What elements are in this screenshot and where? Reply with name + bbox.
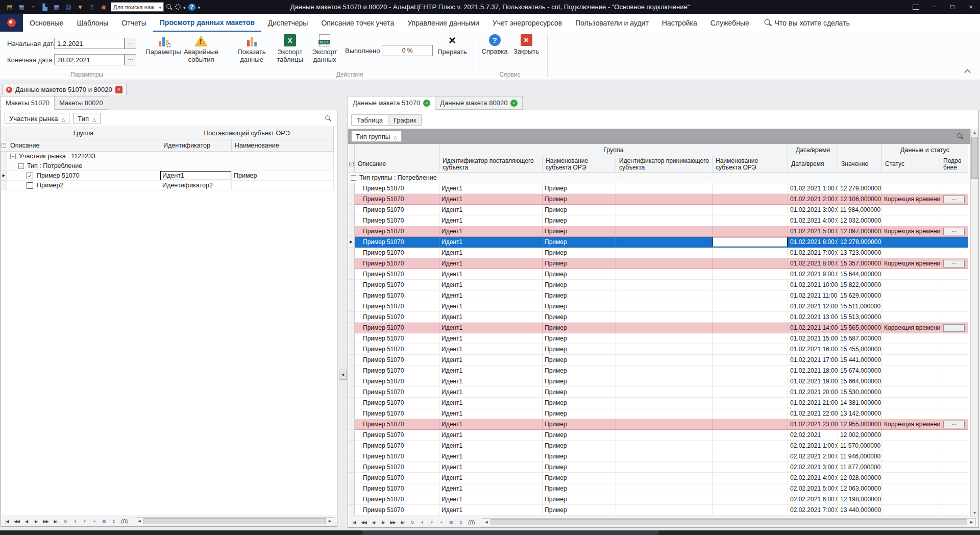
- ribbon-tab-2[interactable]: Отчеты: [115, 14, 153, 32]
- status-cell[interactable]: [882, 376, 940, 387]
- supplier-id-cell[interactable]: Идент1: [439, 398, 543, 408]
- collapse-ribbon-icon[interactable]: [964, 69, 971, 76]
- description-cell[interactable]: Пример 51070: [355, 473, 439, 483]
- supplier-id-cell[interactable]: Идент1: [439, 376, 543, 387]
- value-cell[interactable]: 15 441,000000: [838, 355, 882, 366]
- status-cell[interactable]: [882, 430, 940, 441]
- receiver-id-cell[interactable]: [616, 333, 713, 344]
- datetime-cell[interactable]: 01.02.2021 17:00:00: [788, 355, 838, 366]
- data-row[interactable]: Пример 51070Идент1Пример01.02.2021 7:00:…: [348, 248, 968, 258]
- datetime-cell[interactable]: 01.02.2021 1:00:00: [788, 183, 838, 194]
- description-cell[interactable]: Пример 51070: [355, 194, 439, 205]
- application-menu-button[interactable]: [0, 14, 23, 32]
- supplier-id-cell[interactable]: Идент1: [439, 312, 543, 323]
- supplier-id-cell[interactable]: Идент1: [439, 258, 543, 269]
- parameters-button[interactable]: Параметры: [147, 34, 180, 75]
- supplier-name-cell[interactable]: Пример: [543, 183, 616, 194]
- description-cell[interactable]: Пример 51070: [355, 366, 439, 376]
- receiver-name-cell[interactable]: [713, 269, 788, 280]
- receiver-name-cell[interactable]: [713, 248, 788, 258]
- gear-icon[interactable]: [175, 4, 181, 10]
- supplier-id-cell[interactable]: Идент1: [439, 355, 543, 366]
- receiver-name-cell[interactable]: [713, 462, 788, 473]
- supplier-name-cell[interactable]: Пример: [543, 344, 616, 355]
- data-row[interactable]: Пример 51070Идент1Пример01.02.2021 22:00…: [348, 408, 968, 419]
- nav-last-button[interactable]: ▶|: [51, 517, 60, 526]
- value-cell[interactable]: 12 097,000000: [838, 226, 882, 237]
- datetime-cell[interactable]: 01.02.2021 20:00:00: [788, 387, 838, 398]
- supplier-id-cell[interactable]: Идент1: [439, 205, 543, 215]
- layouts-tab-1[interactable]: Макеты 80020: [54, 96, 108, 110]
- receiver-id-cell[interactable]: [616, 376, 713, 387]
- ribbon-tab-5[interactable]: Описание точек учета: [314, 14, 401, 32]
- scroll-right-icon[interactable]: ▶: [968, 519, 975, 526]
- description-cell[interactable]: Пример 51070: [355, 248, 439, 258]
- column-header-identifier[interactable]: Идентификатор: [160, 139, 232, 152]
- supplier-id-cell[interactable]: Идент1: [439, 183, 543, 194]
- supplier-name-cell[interactable]: Пример: [543, 387, 616, 398]
- export-table-button[interactable]: X Экспорт таблицы: [274, 34, 306, 75]
- datetime-cell[interactable]: 01.02.2021 15:00:00: [788, 333, 838, 344]
- datetime-cell[interactable]: 01.02.2021 23:00:00: [788, 419, 838, 430]
- data-row[interactable]: Пример 51070Идент1Пример02.02.2021 2:00:…: [348, 451, 968, 462]
- nav-next-button[interactable]: ▶: [379, 518, 387, 527]
- receiver-name-cell[interactable]: [713, 419, 788, 430]
- status-cell[interactable]: Коррекция времени: [882, 323, 940, 333]
- ribbon-tab-1[interactable]: Шаблоны: [70, 14, 115, 32]
- name-cell[interactable]: [232, 181, 334, 190]
- status-cell[interactable]: [882, 398, 940, 408]
- description-cell[interactable]: Пример 51070: [355, 408, 439, 419]
- nav-refresh-button[interactable]: ↻: [408, 518, 416, 527]
- receiver-name-cell[interactable]: [713, 290, 788, 301]
- status-cell[interactable]: [882, 462, 940, 473]
- receiver-id-cell[interactable]: [616, 215, 713, 226]
- description-cell[interactable]: Пример 51070: [355, 451, 439, 462]
- data-row[interactable]: Пример 51070Идент1Пример01.02.2021 19:00…: [348, 376, 968, 387]
- status-cell[interactable]: [882, 333, 940, 344]
- data-row[interactable]: Пример 51070Идент1Пример01.02.2021 3:00:…: [348, 205, 968, 215]
- supplier-id-cell[interactable]: Идент1: [439, 473, 543, 483]
- description-cell[interactable]: Пример 51070: [355, 441, 439, 451]
- datetime-cell[interactable]: 02.02.2021: [788, 430, 838, 441]
- description-cell[interactable]: Пример 51070: [355, 258, 439, 269]
- description-cell[interactable]: Пример 51070: [355, 205, 439, 215]
- start-date-input[interactable]: [54, 38, 125, 49]
- receiver-id-cell[interactable]: [616, 183, 713, 194]
- supplier-name-cell[interactable]: Пример: [543, 355, 616, 366]
- receiver-id-cell[interactable]: [616, 323, 713, 333]
- receiver-id-cell[interactable]: [616, 451, 713, 462]
- datetime-cell[interactable]: 01.02.2021 7:00:00: [788, 248, 838, 258]
- datetime-cell[interactable]: 01.02.2021 22:00:00: [788, 408, 838, 419]
- status-cell[interactable]: [882, 301, 940, 312]
- nav-refresh-button[interactable]: ↻: [61, 517, 69, 526]
- details-button[interactable]: ···: [943, 324, 965, 332]
- column-header-receiver-name[interactable]: Наименование субъекта ОРЭ: [713, 156, 788, 173]
- value-cell[interactable]: 12 198,000000: [838, 494, 882, 505]
- data-row[interactable]: Пример 51070Идент1Пример01.02.2021 15:00…: [348, 333, 968, 344]
- find-icon[interactable]: [166, 4, 173, 10]
- supplier-name-cell[interactable]: Пример: [543, 473, 616, 483]
- receiver-name-cell[interactable]: [713, 408, 788, 419]
- value-cell[interactable]: 12 279,000000: [838, 183, 882, 194]
- receiver-id-cell[interactable]: [616, 226, 713, 237]
- receiver-id-cell[interactable]: [616, 430, 713, 441]
- nav-sum-button[interactable]: Σ: [456, 518, 465, 527]
- status-cell[interactable]: Коррекция времени: [882, 419, 940, 430]
- status-cell[interactable]: [882, 473, 940, 483]
- receiver-id-cell[interactable]: [616, 237, 713, 248]
- end-date-picker-button[interactable]: ···: [125, 54, 136, 65]
- supplier-id-cell[interactable]: Идент1: [439, 280, 543, 290]
- panel-splitter[interactable]: ◀: [337, 96, 348, 528]
- data-row[interactable]: Пример 51070Идент1Пример01.02.2021 11:00…: [348, 290, 968, 301]
- supplier-name-cell[interactable]: Пример: [543, 430, 616, 441]
- supplier-name-cell[interactable]: Пример: [543, 269, 616, 280]
- status-cell[interactable]: [882, 408, 940, 419]
- receiver-name-cell[interactable]: [713, 344, 788, 355]
- datetime-cell[interactable]: 02.02.2021 1:00:00: [788, 441, 838, 451]
- receiver-name-cell[interactable]: [713, 494, 788, 505]
- receiver-name-cell[interactable]: [713, 226, 788, 237]
- receiver-name-cell[interactable]: [713, 441, 788, 451]
- status-cell[interactable]: [882, 387, 940, 398]
- vscroll-thumb[interactable]: [971, 137, 978, 179]
- status-cell[interactable]: [882, 205, 940, 215]
